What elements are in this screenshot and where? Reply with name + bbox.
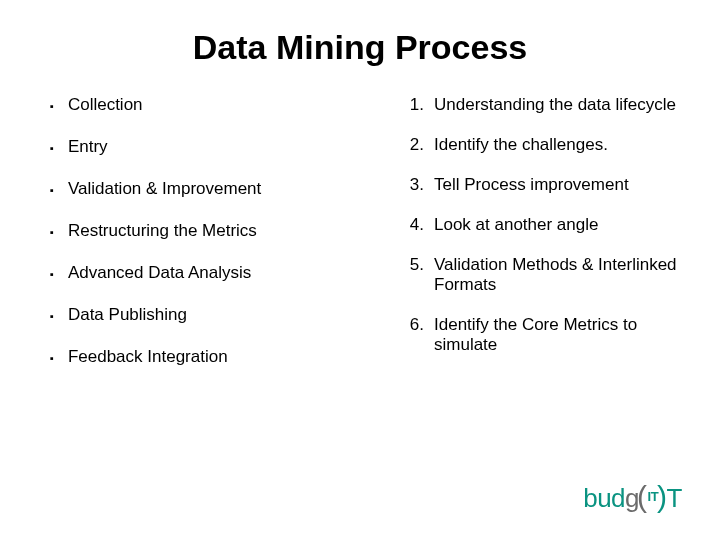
list-item: 2. Identify the challenges. — [400, 135, 700, 155]
logo-text-bud: bud — [583, 483, 625, 514]
numbered-label: Tell Process improvement — [434, 175, 700, 195]
list-number: 2. — [400, 135, 424, 155]
logo-text-t: T — [667, 483, 682, 514]
list-number: 4. — [400, 215, 424, 235]
list-number: 1. — [400, 95, 424, 115]
square-bullet-icon: ▪ — [50, 310, 54, 322]
bullet-label: Validation & Improvement — [68, 179, 350, 199]
budgit-logo: budg(IT)T — [583, 480, 682, 514]
numbered-label: Identify the Core Metrics to simulate — [434, 315, 700, 355]
content-columns: ▪ Collection ▪ Entry ▪ Validation & Impr… — [0, 95, 720, 389]
square-bullet-icon: ▪ — [50, 226, 54, 238]
list-item: ▪ Restructuring the Metrics — [50, 221, 350, 241]
list-number: 5. — [400, 255, 424, 275]
square-bullet-icon: ▪ — [50, 142, 54, 154]
list-number: 6. — [400, 315, 424, 335]
list-item: 6. Identify the Core Metrics to simulate — [400, 315, 700, 355]
list-item: 3. Tell Process improvement — [400, 175, 700, 195]
list-item: ▪ Feedback Integration — [50, 347, 350, 367]
list-item: ▪ Collection — [50, 95, 350, 115]
numbered-label: Understanding the data lifecycle — [434, 95, 700, 115]
bullet-label: Entry — [68, 137, 350, 157]
bracket-open-icon: ( — [637, 480, 647, 514]
bullet-label: Restructuring the Metrics — [68, 221, 350, 241]
numbered-label: Validation Methods & Interlinked Formats — [434, 255, 700, 295]
square-bullet-icon: ▪ — [50, 352, 54, 364]
square-bullet-icon: ▪ — [50, 268, 54, 280]
bracket-close-icon: ) — [657, 480, 667, 514]
list-item: ▪ Entry — [50, 137, 350, 157]
numbered-label: Look at another angle — [434, 215, 700, 235]
right-numbered-list: 1. Understanding the data lifecycle 2. I… — [400, 95, 700, 389]
bullet-label: Advanced Data Analysis — [68, 263, 350, 283]
list-item: ▪ Data Publishing — [50, 305, 350, 325]
list-item: 5. Validation Methods & Interlinked Form… — [400, 255, 700, 295]
list-item: ▪ Advanced Data Analysis — [50, 263, 350, 283]
list-item: 1. Understanding the data lifecycle — [400, 95, 700, 115]
square-bullet-icon: ▪ — [50, 184, 54, 196]
left-bullet-list: ▪ Collection ▪ Entry ▪ Validation & Impr… — [50, 95, 350, 389]
square-bullet-icon: ▪ — [50, 100, 54, 112]
bullet-label: Data Publishing — [68, 305, 350, 325]
list-item: 4. Look at another angle — [400, 215, 700, 235]
bullet-label: Feedback Integration — [68, 347, 350, 367]
logo-it-small: IT — [648, 489, 659, 504]
numbered-label: Identify the challenges. — [434, 135, 700, 155]
list-item: ▪ Validation & Improvement — [50, 179, 350, 199]
slide-title: Data Mining Process — [0, 28, 720, 67]
bullet-label: Collection — [68, 95, 350, 115]
list-number: 3. — [400, 175, 424, 195]
